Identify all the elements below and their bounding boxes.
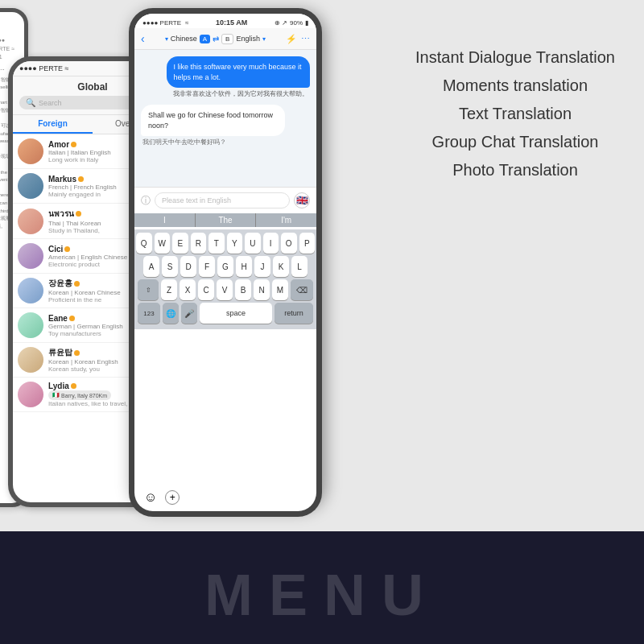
key-y[interactable]: Y — [227, 233, 243, 254]
bubble-translation: 我们明天中午去吃中餐好吗？ — [141, 138, 285, 147]
chat-header: ‹ ▾ Chinese A ⇄ B English ▾ ⚡ ⋯ — [134, 28, 316, 50]
header-icons: ⚡ ⋯ — [286, 34, 310, 44]
chat-area: I like this software very much because i… — [134, 50, 316, 187]
key-u[interactable]: U — [245, 233, 261, 254]
back-button[interactable]: ‹ — [141, 32, 145, 45]
key-o[interactable]: O — [281, 233, 297, 254]
bubble-original: I like this software very much because i… — [167, 56, 311, 88]
search-placeholder: Search — [39, 99, 62, 107]
italy-flag-icon: 🇮🇹 — [52, 392, 60, 398]
bluetooth-icon[interactable]: ⚡ — [286, 34, 297, 44]
key-x[interactable]: X — [180, 279, 196, 300]
key-z[interactable]: Z — [161, 279, 177, 300]
info-icon[interactable]: ⓘ — [141, 194, 151, 208]
keyboard: Q W E R T Y U I O P A S D F G H J K — [134, 229, 316, 329]
status-left: ●●●● PERTE ≈ — [142, 19, 188, 27]
battery-icon: ▮ — [305, 19, 308, 27]
language-selector[interactable]: ▾ Chinese A ⇄ B English ▾ — [148, 34, 283, 44]
key-q[interactable]: Q — [136, 233, 152, 254]
key-d[interactable]: D — [180, 256, 196, 277]
chat-bubble-sent-1: I like this software very much because i… — [167, 56, 311, 98]
predictive-word-1[interactable]: I — [134, 213, 196, 227]
wifi-icon: ≈ — [185, 19, 188, 27]
key-k[interactable]: K — [273, 256, 289, 277]
chat-input[interactable]: Please text in English — [155, 192, 290, 208]
avatar — [18, 173, 43, 199]
key-a[interactable]: A — [143, 256, 159, 277]
key-s[interactable]: S — [162, 256, 178, 277]
chat-input-area: ⓘ Please text in English 🇬🇧 — [134, 187, 316, 213]
dropdown-icon-chinese: ▾ — [165, 35, 168, 43]
feature-item-5: Photo Translation — [402, 161, 628, 180]
keyboard-row-2: A S D F G H J K L — [136, 256, 315, 277]
key-t[interactable]: T — [208, 233, 225, 254]
key-i[interactable]: I — [263, 233, 279, 254]
dropdown-icon-english: ▾ — [262, 35, 266, 43]
key-c[interactable]: C — [198, 279, 214, 300]
numbers-key[interactable]: 123 — [138, 303, 160, 324]
chat-status-bar: ●●●● PERTE ≈ 10:15 AM ⊕ ↗ 90% ▮ — [134, 14, 316, 28]
keyboard-row-3: ⇧ Z X C V B N M ⌫ — [136, 279, 315, 300]
online-indicator — [64, 246, 70, 252]
space-key[interactable]: space — [200, 303, 272, 324]
online-indicator — [78, 176, 84, 182]
mic-key[interactable]: 🎤 — [181, 303, 197, 324]
predictive-word-3[interactable]: I'm — [256, 213, 316, 227]
chat-phone: ●●●● PERTE ≈ 10:15 AM ⊕ ↗ 90% ▮ ‹ ▾ Chin… — [129, 8, 322, 507]
delete-key[interactable]: ⌫ — [291, 279, 313, 300]
key-f[interactable]: F — [199, 256, 215, 277]
key-j[interactable]: J — [254, 256, 270, 277]
more-icon[interactable]: ⋯ — [301, 34, 310, 44]
tab-foreign[interactable]: Foreign — [13, 115, 93, 134]
barry-tag: 🇮🇹 Barry, Italy 870Km — [48, 390, 111, 400]
key-m[interactable]: M — [272, 279, 288, 300]
search-icon: 🔍 — [26, 98, 35, 107]
key-w[interactable]: W — [155, 233, 171, 254]
shift-key[interactable]: ⇧ — [138, 279, 159, 300]
swap-icon[interactable]: ⇄ — [213, 35, 219, 43]
feature-list: Instant Dialogue Translation Moments tra… — [402, 48, 628, 189]
uk-flag-icon[interactable]: 🇬🇧 — [294, 192, 310, 208]
bubble-original: Shall we go for Chinese food tomorrow no… — [141, 105, 285, 136]
predictive-bar: I The I'm — [134, 213, 316, 227]
return-key[interactable]: return — [275, 303, 313, 324]
globe-key[interactable]: 🌐 — [163, 303, 179, 324]
feature-item-2: Moments translation — [402, 76, 628, 95]
lang-from: Chinese — [171, 35, 197, 43]
feature-item-4: Group Chat Translation — [402, 133, 628, 151]
avatar — [18, 138, 43, 164]
key-p[interactable]: P — [299, 233, 316, 254]
key-h[interactable]: H — [236, 256, 252, 277]
chat-bubble-received-1: Shall we go for Chinese food tomorrow no… — [141, 105, 285, 147]
bottom-toolbar: ☺ + — [129, 484, 322, 517]
keyboard-row-1: Q W E R T Y U I O P — [136, 233, 315, 254]
key-b[interactable]: B — [235, 279, 251, 300]
online-indicator — [74, 350, 80, 356]
predictive-word-2[interactable]: The — [196, 213, 257, 227]
avatar — [18, 382, 43, 407]
feature-item-3: Text Translation — [402, 105, 628, 123]
online-indicator — [74, 281, 80, 287]
key-v[interactable]: V — [217, 279, 233, 300]
add-button[interactable]: + — [165, 490, 180, 505]
online-indicator — [69, 316, 75, 321]
key-g[interactable]: G — [217, 256, 233, 277]
online-indicator — [71, 383, 76, 389]
emoji-button[interactable]: ☺ — [144, 490, 157, 505]
lang-to: English — [236, 35, 260, 43]
phone-wrapper: ●●●● PERTE ≈ 10:1 Ab... 销售智能穿... you sel… — [8, 8, 386, 523]
keyboard-row-4: 123 🌐 🎤 space return — [136, 303, 315, 324]
online-indicator — [76, 211, 81, 217]
avatar — [18, 208, 43, 234]
key-r[interactable]: R — [191, 233, 207, 254]
lang-b-badge: B — [221, 34, 233, 44]
key-l[interactable]: L — [291, 256, 308, 277]
location-icon: ⊕ ↗ — [275, 19, 287, 27]
key-n[interactable]: N — [254, 279, 270, 300]
status-time: 10:15 AM — [216, 19, 247, 27]
status-right: ⊕ ↗ 90% ▮ — [275, 19, 308, 27]
key-e[interactable]: E — [172, 233, 188, 254]
carrier-name: ●●●● PERTE — [142, 19, 181, 27]
avatar — [18, 347, 43, 373]
menu-text: MENU — [0, 562, 644, 628]
